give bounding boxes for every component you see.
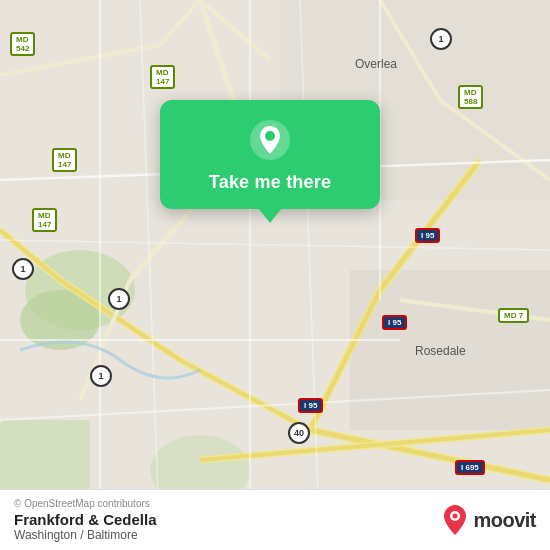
location-pin-icon [248, 118, 292, 162]
shield-i95-right: I 95 [415, 228, 440, 243]
shield-i95-mid: I 95 [382, 315, 407, 330]
svg-text:Overlea: Overlea [355, 57, 397, 71]
shield-md147-top: MD147 [150, 65, 175, 89]
svg-point-45 [453, 514, 458, 519]
moovit-pin-icon [441, 503, 469, 537]
location-title: Frankford & Cedella [14, 511, 157, 528]
bottom-bar: © OpenStreetMap contributors Frankford &… [0, 489, 550, 550]
attribution: © OpenStreetMap contributors [14, 498, 157, 509]
svg-text:Rosedale: Rosedale [415, 344, 466, 358]
moovit-text: moovit [473, 509, 536, 532]
shield-md588: MD588 [458, 85, 483, 109]
shield-us1-lower: 1 [90, 365, 112, 387]
take-me-there-button[interactable]: Take me there [209, 172, 331, 193]
popup-card[interactable]: Take me there [160, 100, 380, 209]
location-subtitle: Washington / Baltimore [14, 528, 157, 542]
shield-us1-mid: 1 [108, 288, 130, 310]
shield-md542: MD542 [10, 32, 35, 56]
shield-us1-top: 1 [430, 28, 452, 50]
bottom-left: © OpenStreetMap contributors Frankford &… [14, 498, 157, 542]
moovit-logo: moovit [441, 503, 536, 537]
shield-md7: MD 7 [498, 308, 529, 323]
svg-point-43 [265, 131, 275, 141]
shield-i95-lower: I 95 [298, 398, 323, 413]
shield-us1-bottom-left: 1 [12, 258, 34, 280]
svg-rect-3 [0, 420, 90, 500]
map-container: Overlea Rosedale 1 MD542 MD147 MD588 MD1… [0, 0, 550, 550]
shield-md147-mid: MD147 [52, 148, 77, 172]
shield-i695: I 695 [455, 460, 485, 475]
shield-us40: 40 [288, 422, 310, 444]
shield-md147-lower: MD147 [32, 208, 57, 232]
